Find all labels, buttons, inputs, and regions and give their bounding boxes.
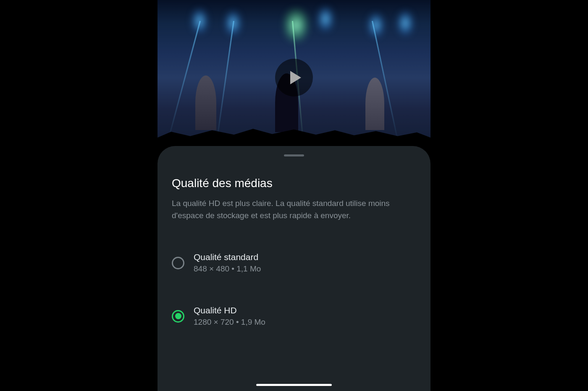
play-button[interactable]	[275, 59, 313, 96]
stage-light	[368, 13, 384, 38]
stage-light	[284, 8, 309, 42]
home-indicator[interactable]	[256, 384, 332, 386]
quality-option-standard[interactable]: Qualité standard 848 × 480 • 1,1 Mo	[168, 245, 420, 281]
stage-light	[317, 6, 334, 31]
quality-option-hd[interactable]: Qualité HD 1280 × 720 • 1,9 Mo	[168, 298, 420, 334]
option-label: Qualité HD	[194, 305, 265, 315]
radio-unselected-icon	[172, 257, 184, 269]
option-text: Qualité standard 848 × 480 • 1,1 Mo	[194, 252, 261, 274]
bottom-sheet: Qualité des médias La qualité HD est plu…	[158, 146, 430, 391]
stage-light	[397, 10, 414, 36]
performer-silhouette	[365, 78, 384, 130]
option-label: Qualité standard	[194, 252, 261, 262]
option-detail: 848 × 480 • 1,1 Mo	[194, 264, 261, 274]
phone-frame: Qualité des médias La qualité HD est plu…	[158, 0, 430, 391]
sheet-title: Qualité des médias	[168, 177, 420, 190]
light-beam	[215, 21, 234, 146]
play-icon	[290, 71, 301, 84]
sheet-description: La qualité HD est plus claire. La qualit…	[168, 198, 420, 222]
radio-selected-icon	[172, 310, 184, 323]
option-text: Qualité HD 1280 × 720 • 1,9 Mo	[194, 305, 265, 327]
video-preview	[158, 0, 430, 155]
radio-inner-dot	[175, 313, 181, 319]
drag-handle[interactable]	[284, 154, 304, 156]
option-detail: 1280 × 720 • 1,9 Mo	[194, 318, 265, 327]
performer-silhouette	[195, 76, 216, 130]
